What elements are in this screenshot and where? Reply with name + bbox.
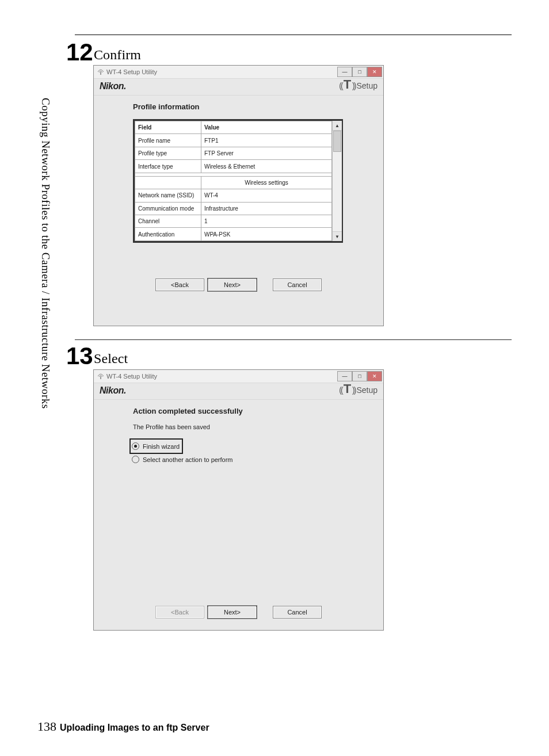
another-action-radio[interactable]: Select another action to perform	[132, 454, 373, 465]
dialog-title: WT-4 Setup Utility	[106, 68, 157, 75]
minimize-button[interactable]: —	[337, 67, 352, 77]
nikon-logo: Nikon.	[100, 81, 126, 91]
profile-table: Field Value Profile nameFTP1 Profile typ…	[133, 119, 343, 243]
section-title: Action completed successfully	[104, 401, 373, 423]
cancel-button[interactable]: Cancel	[273, 606, 322, 618]
wireless-icon	[97, 68, 104, 75]
cell: WPA-PSK	[201, 228, 332, 241]
setup-logo: ((T))Setup	[339, 385, 378, 394]
footer-title: Uploading Images to an ftp Server	[60, 723, 209, 733]
svg-rect-1	[100, 376, 101, 379]
cell: FTP Server	[201, 147, 332, 159]
cancel-button[interactable]: Cancel	[273, 278, 322, 291]
wireless-icon	[97, 373, 104, 380]
finish-wizard-radio[interactable]: Finish wizard	[132, 441, 180, 452]
scroll-down-icon[interactable]: ▼	[333, 231, 342, 241]
cell: FTP1	[201, 134, 332, 147]
maximize-button[interactable]: □	[352, 67, 367, 77]
saved-message: The Profile has been saved	[104, 423, 373, 438]
step-12-number: 12	[66, 39, 89, 66]
cell: Profile type	[135, 147, 201, 159]
another-action-label: Select another action to perform	[143, 456, 233, 463]
minimize-button[interactable]: —	[337, 371, 352, 381]
profile-information-dialog: WT-4 Setup Utility — □ ✕ Nikon. ((T))Set…	[93, 65, 384, 326]
scroll-thumb[interactable]	[333, 131, 341, 152]
cell: Communication mode	[135, 202, 201, 215]
cell: Profile name	[135, 134, 201, 147]
maximize-button[interactable]: □	[352, 371, 367, 381]
back-button[interactable]: <Back	[155, 278, 204, 291]
close-button[interactable]: ✕	[367, 67, 382, 77]
scrollbar[interactable]: ▲ ▼	[332, 121, 342, 241]
section-title: Profile information	[104, 97, 373, 119]
next-button[interactable]: Next>	[208, 606, 257, 618]
titlebar: WT-4 Setup Utility — □ ✕	[94, 370, 383, 383]
cell: WT-4	[201, 189, 332, 202]
cell: Network name (SSID)	[135, 189, 201, 202]
section-sidebar: Copying Network Profiles to the Camera /…	[39, 98, 52, 409]
next-button[interactable]: Next>	[208, 278, 257, 291]
cell: Infrastructure	[201, 202, 332, 215]
page-number: 138	[37, 719, 56, 734]
cell: Authentication	[135, 228, 201, 241]
col-header-value: Value	[201, 121, 332, 134]
action-completed-dialog: WT-4 Setup Utility — □ ✕ Nikon. ((T))Set…	[93, 369, 384, 631]
setup-logo: ((T))Setup	[339, 81, 378, 89]
scroll-up-icon[interactable]: ▲	[333, 121, 342, 131]
cell: Wireless & Ethernet	[201, 160, 332, 173]
col-header-field: Field	[135, 121, 201, 134]
cell: 1	[201, 215, 332, 228]
titlebar: WT-4 Setup Utility — □ ✕	[94, 66, 383, 79]
dialog-title: WT-4 Setup Utility	[106, 373, 157, 380]
svg-rect-0	[100, 72, 101, 75]
nikon-logo: Nikon.	[100, 385, 126, 396]
step-13-number: 13	[66, 342, 89, 370]
subheader: Wireless settings	[201, 176, 332, 189]
finish-wizard-label: Finish wizard	[143, 443, 180, 450]
cell: Interface type	[135, 160, 201, 173]
cell: Channel	[135, 215, 201, 228]
back-button: <Back	[155, 606, 204, 618]
close-button[interactable]: ✕	[367, 371, 382, 381]
finish-wizard-highlight: Finish wizard	[129, 438, 183, 454]
